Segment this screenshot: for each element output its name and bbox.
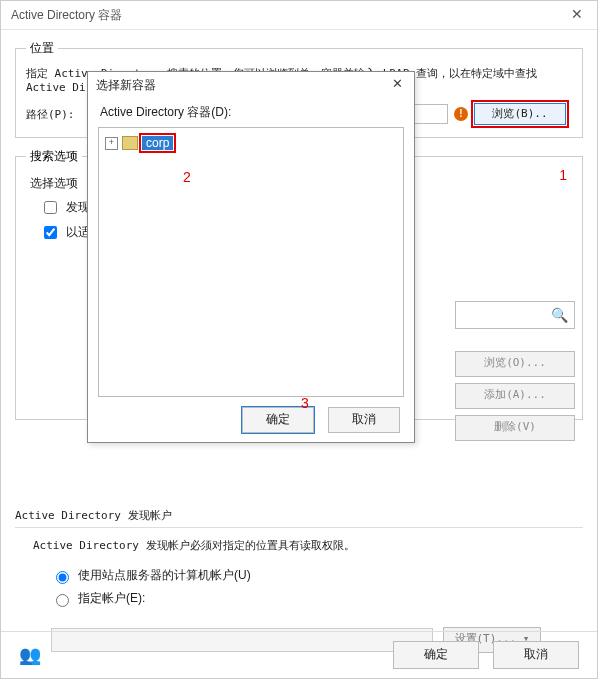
annotation-1: 1 xyxy=(559,167,567,183)
add-button[interactable]: 添加(A)... xyxy=(455,383,575,409)
radio-specify-account[interactable]: 指定帐户(E): xyxy=(51,590,583,607)
discover-header: Active Directory 发现帐户 xyxy=(15,508,583,528)
browse-o-button[interactable]: 浏览(O)... xyxy=(455,351,575,377)
titlebar: Active Directory 容器 ✕ xyxy=(1,1,597,30)
dialog-button-row: 确定 取消 xyxy=(88,397,414,443)
radio-site-input[interactable] xyxy=(56,571,69,584)
main-cancel-button[interactable]: 取消 xyxy=(493,641,579,669)
discover-note: Active Directory 发现帐户必须对指定的位置具有读取权限。 xyxy=(33,538,583,553)
search-options-legend: 搜索选项 xyxy=(26,148,82,165)
search-icon: 🔍 xyxy=(551,307,568,323)
radio-site-label: 使用站点服务器的计算机帐户(U) xyxy=(78,567,251,584)
warning-icon: ! xyxy=(454,107,468,121)
footer-bar: 👥 确定 取消 xyxy=(1,631,597,678)
delete-button[interactable]: 删除(V) xyxy=(455,415,575,441)
path-label: 路径(P): xyxy=(26,107,82,122)
radio-specify-input[interactable] xyxy=(56,594,69,607)
window-title: Active Directory 容器 xyxy=(11,8,122,22)
window-close-icon[interactable]: ✕ xyxy=(557,1,597,29)
mini-search-box[interactable]: 🔍 xyxy=(455,301,575,329)
select-container-dialog: 选择新容器 ✕ Active Directory 容器(D): + corp 确… xyxy=(87,71,415,443)
option-by-checkbox[interactable] xyxy=(44,226,57,239)
dialog-title: 选择新容器 ✕ xyxy=(88,72,414,98)
tree-expand-icon[interactable]: + xyxy=(105,137,118,150)
dialog-label: Active Directory 容器(D): xyxy=(88,98,414,125)
dialog-cancel-button[interactable]: 取消 xyxy=(328,407,400,433)
container-tree[interactable]: + corp xyxy=(98,127,404,397)
help-icon[interactable]: 👥 xyxy=(19,644,41,666)
tree-folder-icon xyxy=(122,136,138,150)
tree-node-corp[interactable]: + corp xyxy=(105,134,397,152)
tree-node-label[interactable]: corp xyxy=(142,136,173,150)
main-ok-button[interactable]: 确定 xyxy=(393,641,479,669)
browse-button[interactable]: 浏览(B).. xyxy=(474,103,566,125)
annotation-3: 3 xyxy=(301,395,309,411)
location-legend: 位置 xyxy=(26,40,58,57)
radio-site-account[interactable]: 使用站点服务器的计算机帐户(U) xyxy=(51,567,583,584)
right-button-column: 🔍 浏览(O)... 添加(A)... 删除(V) xyxy=(455,301,575,447)
annotation-2: 2 xyxy=(183,169,191,185)
dialog-title-text: 选择新容器 xyxy=(96,78,156,92)
main-window: Active Directory 容器 ✕ 位置 指定 Active Direc… xyxy=(0,0,598,679)
option-discover-checkbox[interactable] xyxy=(44,201,57,214)
radio-specify-label: 指定帐户(E): xyxy=(78,590,145,607)
dialog-close-icon[interactable]: ✕ xyxy=(386,74,408,94)
